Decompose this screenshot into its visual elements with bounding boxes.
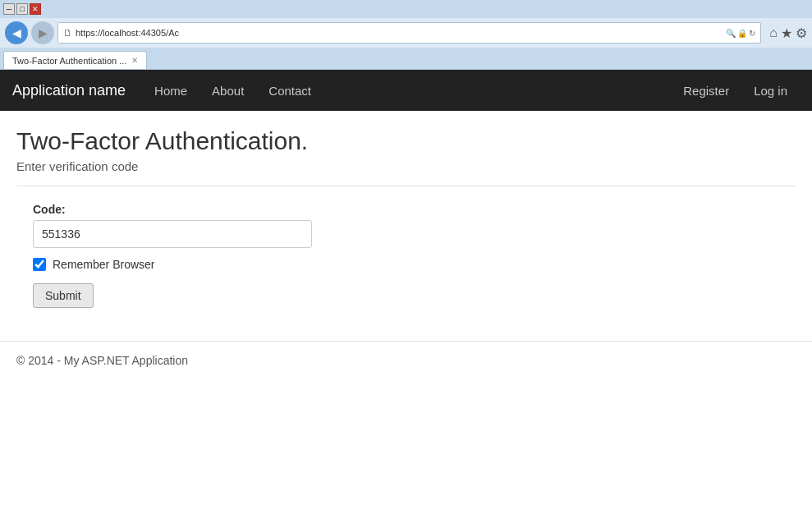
form-section: Code: Remember Browser Submit [16,203,796,308]
tab-title: Two-Factor Authentication ... [12,56,126,66]
refresh-icon[interactable]: ↻ [749,29,755,38]
nav-link-register[interactable]: Register [671,70,741,111]
remember-browser-label: Remember Browser [53,258,154,271]
page-title: Two-Factor Authentication. [16,127,796,155]
code-label: Code: [33,203,779,216]
address-bar: 🗋 🔍 🔒 ↻ [57,22,761,44]
code-input[interactable] [33,220,312,248]
address-input[interactable] [76,28,723,38]
nav-link-home[interactable]: Home [142,70,200,111]
tab-bar: Two-Factor Authentication ... ✕ [0,48,812,69]
home-icon[interactable]: ⌂ [769,25,778,40]
page-content: Two-Factor Authentication. Enter verific… [0,111,812,308]
close-button[interactable]: ✕ [30,3,41,15]
submit-button[interactable]: Submit [33,283,94,308]
title-bar: ─ □ ✕ [0,0,812,18]
page-subtitle: Enter verification code [16,159,796,173]
address-bar-controls: 🔍 🔒 ↻ [726,29,755,38]
browser-tab[interactable]: Two-Factor Authentication ... ✕ [3,51,147,69]
minimize-button[interactable]: ─ [3,3,15,15]
forward-button[interactable]: ▶ [31,21,54,44]
search-icon[interactable]: 🔍 [726,29,736,38]
lock-icon: 🔒 [737,29,747,38]
nav-bar: ◀ ▶ 🗋 🔍 🔒 ↻ ⌂ ★ ⚙ [0,18,812,48]
footer-text: © 2014 - My ASP.NET Application [16,354,188,367]
remember-browser-checkbox[interactable] [33,258,46,271]
divider [16,186,796,186]
address-bar-page-icon: 🗋 [63,28,72,38]
remember-browser-row: Remember Browser [33,258,779,271]
maximize-button[interactable]: □ [16,3,28,15]
app-nav-links: Home About Contact [142,70,671,111]
tab-close-button[interactable]: ✕ [131,56,138,65]
page-footer: © 2014 - My ASP.NET Application [0,341,812,379]
settings-icon[interactable]: ⚙ [796,25,807,41]
browser-chrome: ─ □ ✕ ◀ ▶ 🗋 🔍 🔒 ↻ ⌂ ★ ⚙ Two-Factor Authe… [0,0,812,70]
back-button[interactable]: ◀ [5,21,28,44]
nav-link-contact[interactable]: Contact [256,70,323,111]
title-bar-controls: ─ □ ✕ [3,3,41,15]
favorites-icon[interactable]: ★ [781,25,792,41]
app-nav-right: Register Log in [671,70,800,111]
app-brand[interactable]: Application name [12,82,126,99]
nav-link-about[interactable]: About [200,70,256,111]
toolbar-right: ⌂ ★ ⚙ [769,25,807,41]
nav-link-login[interactable]: Log in [741,70,800,111]
app-navbar: Application name Home About Contact Regi… [0,70,812,111]
